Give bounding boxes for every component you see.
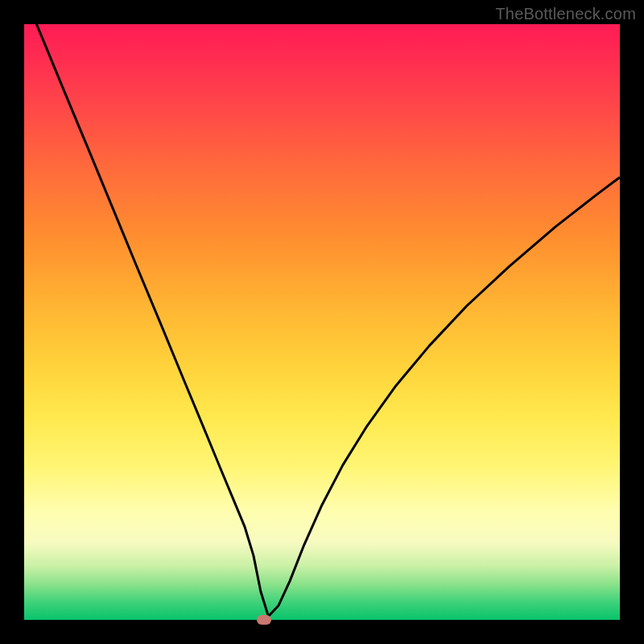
curve-path (24, 0, 620, 617)
chart-plot-area (24, 24, 620, 620)
optimal-marker (257, 615, 271, 625)
bottleneck-curve (24, 24, 620, 620)
chart-frame: TheBottleneck.com (0, 0, 644, 644)
watermark-text: TheBottleneck.com (495, 5, 636, 23)
